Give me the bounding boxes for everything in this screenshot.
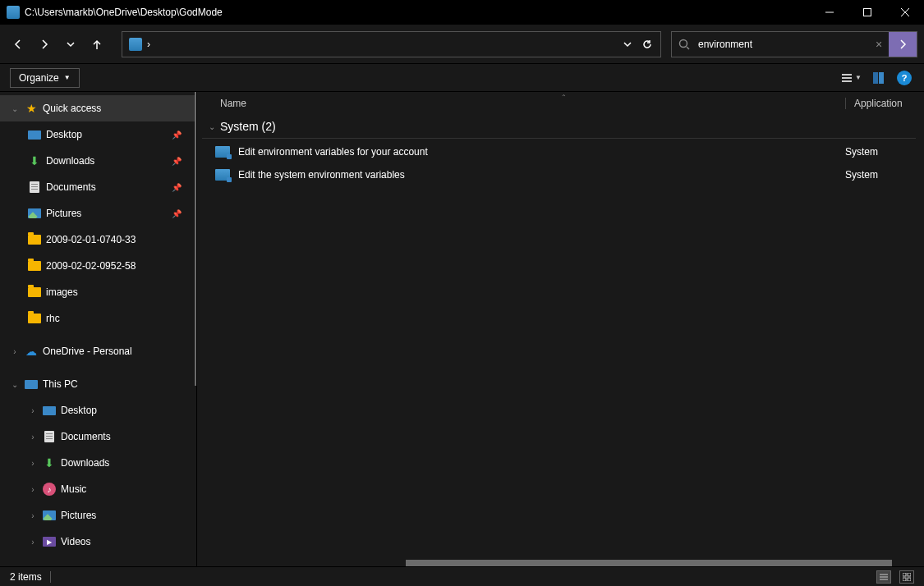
sidebar-item[interactable]: ›⬇Downloads (0, 450, 196, 476)
window-title: C:\Users\markb\OneDrive\Desktop\GodMode (25, 7, 811, 18)
control-panel-item-icon (215, 169, 230, 181)
sidebar-scrollbar[interactable] (195, 92, 196, 386)
video-icon: ▶ (43, 537, 56, 547)
control-panel-icon (129, 38, 142, 51)
desktop-icon (43, 406, 56, 415)
folder-icon (28, 287, 41, 297)
cloud-icon: ☁ (25, 345, 38, 358)
status-bar: 2 items (0, 566, 924, 586)
search-submit-button[interactable] (889, 32, 917, 57)
sidebar-item-label: Downloads (46, 155, 94, 167)
organize-button[interactable]: Organize ▼ (10, 68, 80, 88)
picture-icon (28, 208, 41, 218)
sidebar-item[interactable]: ›▶Videos (0, 529, 196, 555)
sidebar-item[interactable]: rhc (0, 305, 196, 332)
sidebar-item[interactable]: Pictures📌 (0, 200, 196, 227)
pc-icon (25, 380, 38, 389)
sidebar-item-label: 2009-02-02-0952-58 (46, 260, 136, 272)
document-icon (30, 181, 39, 193)
document-icon (44, 431, 54, 442)
column-headers[interactable]: Name ⌃ Application (197, 92, 924, 115)
group-label: System (2) (220, 120, 276, 133)
recent-locations-button[interactable] (59, 33, 82, 56)
sidebar-item-label: images (46, 286, 78, 298)
download-icon: ⬇ (44, 456, 54, 469)
group-header-system[interactable]: ⌄ System (2) (202, 115, 916, 139)
pin-icon: 📌 (172, 183, 182, 192)
navigation-pane[interactable]: ⌄ ★ Quick access Desktop📌⬇Downloads📌Docu… (0, 92, 197, 566)
details-view-button[interactable] (876, 570, 891, 584)
maximize-button[interactable] (848, 0, 886, 25)
separator (50, 571, 51, 583)
title-bar: C:\Users\markb\OneDrive\Desktop\GodMode (0, 0, 924, 25)
search-box[interactable]: × (671, 31, 917, 57)
result-application: System (845, 169, 911, 181)
control-panel-item-icon (215, 146, 230, 158)
help-button[interactable]: ? (894, 68, 914, 88)
sidebar-item-label: Pictures (61, 510, 96, 521)
sidebar-item[interactable]: images (0, 279, 196, 305)
sidebar-item[interactable]: ⬇Downloads📌 (0, 148, 196, 174)
result-name: Edit environment variables for your acco… (238, 146, 845, 158)
sidebar-item[interactable]: Documents📌 (0, 174, 196, 200)
sidebar-item[interactable]: ›Desktop (0, 397, 196, 423)
preview-pane-button[interactable] (868, 68, 888, 88)
horizontal-scrollbar[interactable] (406, 560, 913, 566)
chevron-right-icon[interactable]: › (28, 538, 38, 547)
result-application: System (845, 146, 911, 158)
sidebar-item-label: Videos (61, 536, 90, 547)
sidebar-this-pc[interactable]: ⌄ This PC (0, 371, 196, 397)
sidebar-item[interactable]: ›Pictures (0, 502, 196, 529)
view-options-button[interactable]: ▼ (842, 68, 862, 88)
sidebar-item[interactable]: ›Documents (0, 423, 196, 450)
column-name[interactable]: Name (220, 98, 845, 109)
folder-icon (28, 261, 41, 271)
forward-button[interactable] (33, 33, 56, 56)
thumbnails-view-button[interactable] (899, 570, 914, 584)
svg-rect-13 (908, 578, 911, 581)
sidebar-quick-access[interactable]: ⌄ ★ Quick access (0, 95, 196, 121)
sidebar-item[interactable]: Desktop📌 (0, 121, 196, 148)
up-button[interactable] (85, 33, 108, 56)
svg-line-6 (687, 47, 689, 49)
chevron-down-icon[interactable]: ⌄ (10, 104, 20, 113)
chevron-right-icon[interactable]: › (28, 406, 38, 415)
folder-icon (28, 235, 41, 245)
clear-search-button[interactable]: × (869, 38, 889, 51)
sidebar-item[interactable]: 2009-02-01-0740-33 (0, 227, 196, 253)
sidebar-onedrive[interactable]: › ☁ OneDrive - Personal (0, 338, 196, 364)
column-application[interactable]: Application (845, 98, 911, 109)
breadcrumb[interactable]: › (147, 39, 150, 50)
search-input[interactable] (696, 38, 869, 51)
sidebar-item-label: Music (61, 483, 86, 495)
chevron-right-icon[interactable]: › (28, 511, 38, 520)
pin-icon: 📌 (172, 157, 182, 166)
chevron-right-icon[interactable]: › (10, 347, 20, 356)
result-row[interactable]: Edit the system environment variablesSys… (197, 163, 924, 186)
picture-icon (43, 510, 56, 520)
pin-icon: 📌 (172, 209, 182, 218)
sidebar-item[interactable]: 2009-02-02-0952-58 (0, 253, 196, 279)
chevron-right-icon[interactable]: › (28, 459, 38, 468)
sidebar-item-label: Pictures (46, 208, 81, 219)
chevron-right-icon[interactable]: › (28, 485, 38, 494)
nav-bar: › × (0, 25, 924, 64)
minimize-button[interactable] (811, 0, 848, 25)
close-button[interactable] (886, 0, 924, 25)
chevron-down-icon[interactable]: ⌄ (209, 122, 215, 131)
sidebar-item-label: Documents (61, 431, 111, 442)
chevron-right-icon[interactable]: › (28, 433, 38, 442)
desktop-icon (28, 130, 41, 140)
back-button[interactable] (7, 33, 30, 56)
address-bar[interactable]: › (122, 31, 661, 57)
sidebar-label: Quick access (43, 103, 101, 114)
pin-icon: 📌 (172, 130, 182, 140)
chevron-down-icon[interactable]: ⌄ (10, 380, 20, 389)
refresh-button[interactable] (637, 34, 657, 54)
sidebar-item[interactable]: ›♪Music (0, 476, 196, 502)
address-history-button[interactable] (618, 34, 637, 54)
result-row[interactable]: Edit environment variables for your acco… (197, 140, 924, 163)
download-icon: ⬇ (30, 154, 39, 167)
svg-point-5 (680, 39, 687, 47)
sidebar-item-label: rhc (46, 313, 60, 324)
